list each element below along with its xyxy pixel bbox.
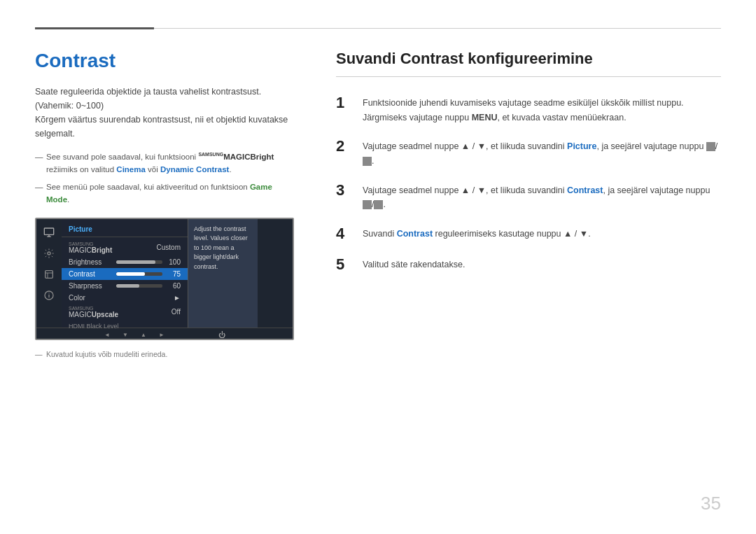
right-column: Suvandi Contrast konfigureerimine 1 Funk… bbox=[336, 50, 721, 506]
top-rule bbox=[35, 28, 721, 29]
step-5: 5 Valitud säte rakendatakse. bbox=[336, 255, 721, 274]
sharpness-bar bbox=[116, 284, 162, 288]
section-title: Contrast bbox=[35, 50, 294, 72]
step-text-2: Vajutage seadmel nuppe ▲ / ▼, et liikuda… bbox=[363, 137, 721, 168]
menu-item-sharpness: Sharpness 60 bbox=[62, 280, 188, 292]
step-4: 4 Suvandi Contrast reguleerimiseks kasut… bbox=[336, 225, 721, 243]
steps-list: 1 Funktsioonide juhendi kuvamiseks vajut… bbox=[336, 94, 721, 274]
btn-left: ◄ bbox=[104, 331, 111, 338]
step-number-2: 2 bbox=[336, 137, 353, 155]
svg-rect-0 bbox=[44, 228, 53, 234]
brightness-val: 100 bbox=[167, 258, 181, 266]
step-number-3: 3 bbox=[336, 181, 353, 199]
svg-point-3 bbox=[48, 252, 50, 255]
page-container: Contrast Saate reguleerida objektide ja … bbox=[0, 0, 756, 534]
step3-sq1 bbox=[363, 200, 372, 209]
btn-right: ► bbox=[158, 331, 165, 338]
upscale-value: Off bbox=[172, 308, 181, 316]
brightness-bar bbox=[116, 260, 162, 264]
tooltip-panel: Adjust the contrast level. Values closer… bbox=[188, 219, 258, 328]
sharpness-fill bbox=[116, 284, 139, 288]
description-text: Saate reguleerida objektide ja tausta va… bbox=[35, 85, 294, 141]
sharpness-val: 60 bbox=[167, 282, 181, 290]
contrast-fill bbox=[116, 272, 145, 276]
step3-bold: Contrast bbox=[567, 185, 603, 195]
monitor-mockup: Picture SAMSUNG MAGICBright Custom Brigh… bbox=[35, 218, 294, 340]
tooltip-text: Adjust the contrast level. Values closer… bbox=[194, 225, 248, 270]
samsung-brand: SAMSUNG bbox=[69, 241, 112, 246]
description-line1: Saate reguleerida objektide ja tausta va… bbox=[35, 87, 261, 111]
step3-sq2 bbox=[374, 200, 383, 209]
icon-gear2 bbox=[41, 268, 57, 281]
right-section-title: Suvandi Contrast konfigureerimine bbox=[336, 50, 721, 77]
step-number-5: 5 bbox=[336, 255, 353, 274]
step-3: 3 Vajutage seadmel nuppe ▲ / ▼, et liiku… bbox=[336, 181, 721, 212]
magic-bright: MAGICBright bbox=[69, 246, 112, 254]
menu-header: Picture bbox=[62, 223, 188, 237]
menu-panel: Picture SAMSUNG MAGICBright Custom Brigh… bbox=[62, 219, 188, 328]
step-number-1: 1 bbox=[336, 94, 353, 112]
contrast-val: 75 bbox=[167, 270, 181, 278]
svg-point-9 bbox=[48, 293, 49, 293]
note1-or: või bbox=[146, 165, 160, 174]
sharpness-label: Sharpness bbox=[69, 282, 112, 290]
menu-item-contrast: Contrast 75 bbox=[62, 268, 188, 280]
menu-symbol-1: MENU bbox=[472, 113, 498, 122]
step-text-5: Valitud säte rakendatakse. bbox=[363, 255, 465, 272]
monitor-inner: Picture SAMSUNG MAGICBright Custom Brigh… bbox=[36, 219, 293, 328]
menu-item-color: Color ► bbox=[62, 292, 188, 304]
page-number: 35 bbox=[701, 493, 721, 514]
brightness-label: Brightness bbox=[69, 258, 112, 266]
menu-item-upscale: SAMSUNG MAGICUpscale Off bbox=[62, 304, 188, 321]
menu-item-brightness: Brightness 100 bbox=[62, 256, 188, 268]
color-value: ► bbox=[174, 294, 181, 302]
note2-pre: See menüü pole saadaval, kui aktiveeritu… bbox=[46, 183, 250, 191]
description-line2: Kõrgem väärtus suurendab kontrastsust, n… bbox=[35, 115, 288, 139]
note1-pre: See suvand pole saadaval, kui funktsioon… bbox=[46, 153, 198, 161]
step-text-3: Vajutage seadmel nuppe ▲ / ▼, et liikuda… bbox=[363, 181, 721, 212]
left-column: Contrast Saate reguleerida objektide ja … bbox=[35, 50, 294, 506]
step-1: 1 Funktsioonide juhendi kuvamiseks vajut… bbox=[336, 94, 721, 125]
icon-display bbox=[41, 226, 57, 239]
magicbright-value: Custom bbox=[157, 244, 181, 251]
step-text-1: Funktsioonide juhendi kuvamiseks vajutag… bbox=[363, 94, 721, 125]
upscale-brand: SAMSUNG bbox=[69, 306, 118, 311]
power-btn: ⏻ bbox=[218, 331, 225, 339]
menu-item-hdmi: HDMI Black Level bbox=[62, 321, 188, 332]
menu-item-magicbright: SAMSUNG MAGICBright Custom bbox=[62, 239, 188, 256]
btn-down: ▼ bbox=[122, 331, 129, 338]
icon-panel bbox=[36, 219, 62, 328]
brightness-fill bbox=[116, 260, 155, 264]
content-area: Contrast Saate reguleerida objektide ja … bbox=[35, 50, 721, 506]
step2-sq1 bbox=[706, 142, 715, 151]
btn-up: ▲ bbox=[140, 331, 147, 338]
step-text-4: Suvandi Contrast reguleerimiseks kasutag… bbox=[363, 225, 591, 241]
footnote: Kuvatud kujutis võib mudeliti erineda. bbox=[35, 350, 294, 358]
hdmi-label: HDMI Black Level bbox=[69, 323, 119, 330]
color-label: Color bbox=[69, 294, 85, 302]
step2-bold: Picture bbox=[567, 141, 596, 151]
note1-cinema: Cinema bbox=[116, 165, 146, 174]
svg-rect-4 bbox=[46, 270, 53, 278]
magic-upscale: MAGICUpscale bbox=[69, 311, 118, 318]
step-2: 2 Vajutage seadmel nuppe ▲ / ▼, et liiku… bbox=[336, 137, 721, 168]
contrast-bar bbox=[116, 272, 162, 276]
icon-settings bbox=[41, 247, 57, 260]
step2-sq2 bbox=[363, 157, 372, 166]
note-line-2: See menüü pole saadaval, kui aktiveeritu… bbox=[35, 181, 294, 206]
note1-brand: SAMSUNGMAGICBright bbox=[198, 153, 274, 161]
upscale-samsung-line: SAMSUNG MAGICUpscale bbox=[69, 306, 118, 318]
note1-dynamic: Dynamic Contrast bbox=[160, 165, 229, 174]
step4-bold: Contrast bbox=[397, 229, 433, 239]
step-number-4: 4 bbox=[336, 225, 353, 243]
note1-post: režiimiks on valitud bbox=[46, 165, 116, 174]
contrast-label: Contrast bbox=[69, 270, 112, 278]
note-line-1: See suvand pole saadaval, kui funktsioon… bbox=[35, 150, 294, 176]
samsung-line: SAMSUNG MAGICBright bbox=[69, 241, 112, 254]
icon-info bbox=[41, 289, 57, 302]
